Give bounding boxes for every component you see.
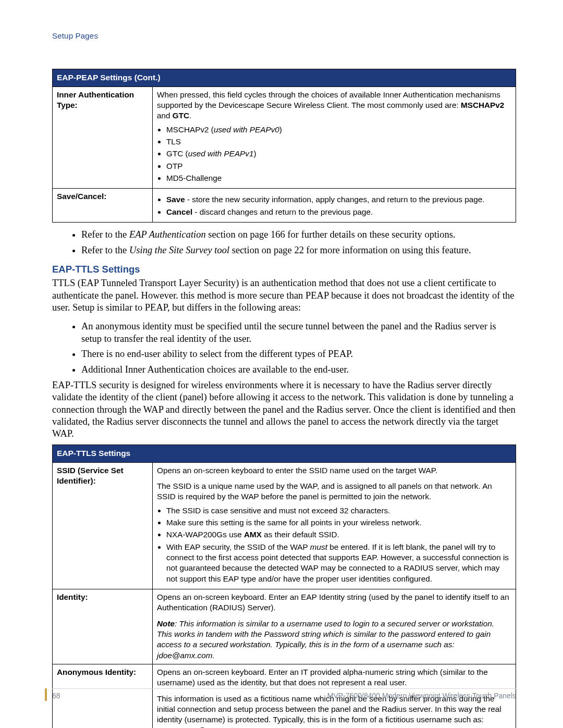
page-number: 68 xyxy=(52,692,60,700)
list-item: Cancel - discard changes and return to t… xyxy=(166,207,511,217)
row-value: Opens an on-screen keyboard to enter the… xyxy=(153,462,516,589)
cell-paragraph: Opens an on-screen keyboard. Enter an EA… xyxy=(157,592,511,613)
footer-text: MVP-7500/8400 Modero Viewpoint Wireless … xyxy=(327,692,516,700)
page-footer: 68 MVP-7500/8400 Modero Viewpoint Wirele… xyxy=(52,692,516,703)
list-item: The SSID is case sensitive and must not … xyxy=(166,505,511,516)
cell-text: When pressed, this field cycles through … xyxy=(157,90,504,120)
row-label: SSID (Service Set Identifier): xyxy=(53,462,153,589)
list-item: With EAP security, the SSID of the WAP m… xyxy=(166,542,511,584)
row-label: Inner Authentication Type: xyxy=(53,87,153,189)
footer-accent xyxy=(45,688,47,701)
document-page: Setup Pages EAP-PEAP Settings (Cont.) In… xyxy=(0,0,563,728)
list-item: Additional Inner Authentication choices … xyxy=(81,364,516,376)
options-list: MSCHAPv2 (used with PEAPv0) TLS GTC (use… xyxy=(157,125,511,184)
table-title: EAP-TTLS Settings xyxy=(53,445,516,462)
list-item: Refer to the Using the Site Survey tool … xyxy=(81,244,516,257)
row-label: Identity: xyxy=(53,589,153,664)
eap-peap-settings-table: EAP-PEAP Settings (Cont.) Inner Authenti… xyxy=(52,69,516,223)
list-item: TLS xyxy=(166,137,511,147)
table-row: Save/Cancel: Save - store the new securi… xyxy=(53,189,516,223)
list-item: An anonymous identity must be specified … xyxy=(81,320,516,345)
list-item: MD5-Challenge xyxy=(166,173,511,183)
table-title: EAP-PEAP Settings (Cont.) xyxy=(53,69,516,87)
list-item: NXA-WAP200Gs use AMX as their default SS… xyxy=(166,529,511,540)
table-row: SSID (Service Set Identifier): Opens an … xyxy=(53,462,516,589)
row-value: Save - store the new security informatio… xyxy=(153,189,516,223)
cell-paragraph: Opens an on-screen keyboard. Enter an IT… xyxy=(157,667,511,688)
feature-bullets: An anonymous identity must be specified … xyxy=(81,320,516,376)
options-list: Save - store the new security informatio… xyxy=(157,194,511,217)
footer-rule xyxy=(52,688,516,689)
cell-paragraph: The SSID is a unique name used by the WA… xyxy=(157,481,511,502)
table-row: Identity: Opens an on-screen keyboard. E… xyxy=(53,589,516,664)
list-item: OTP xyxy=(166,161,511,171)
list-item: GTC (used with PEAPv1) xyxy=(166,149,511,159)
list-item: Refer to the EAP Authentication section … xyxy=(81,229,516,241)
section-header: Setup Pages xyxy=(52,31,516,40)
eap-ttls-settings-table: EAP-TTLS Settings SSID (Service Set Iden… xyxy=(52,445,516,728)
body-paragraph: TTLS (EAP Tunneled Transport Layer Secur… xyxy=(52,277,516,314)
list-item: There is no end-user ability to select f… xyxy=(81,348,516,361)
row-value: Opens an on-screen keyboard. Enter an EA… xyxy=(153,589,516,664)
body-paragraph: EAP-TTLS security is designed for wirele… xyxy=(52,379,516,440)
cell-note: Note: This information is similar to a u… xyxy=(157,619,511,661)
table-row: Inner Authentication Type: When pressed,… xyxy=(53,87,516,189)
list-item: Make sure this setting is the same for a… xyxy=(166,517,511,528)
reference-bullets: Refer to the EAP Authentication section … xyxy=(81,229,516,256)
cell-paragraph: Opens an on-screen keyboard to enter the… xyxy=(157,465,511,476)
options-list: The SSID is case sensitive and must not … xyxy=(157,505,511,584)
row-label: Save/Cancel: xyxy=(53,189,153,223)
list-item: MSCHAPv2 (used with PEAPv0) xyxy=(166,125,511,135)
section-heading: EAP-TTLS Settings xyxy=(52,264,516,275)
row-value: When pressed, this field cycles through … xyxy=(153,87,516,189)
list-item: Save - store the new security informatio… xyxy=(166,194,511,205)
